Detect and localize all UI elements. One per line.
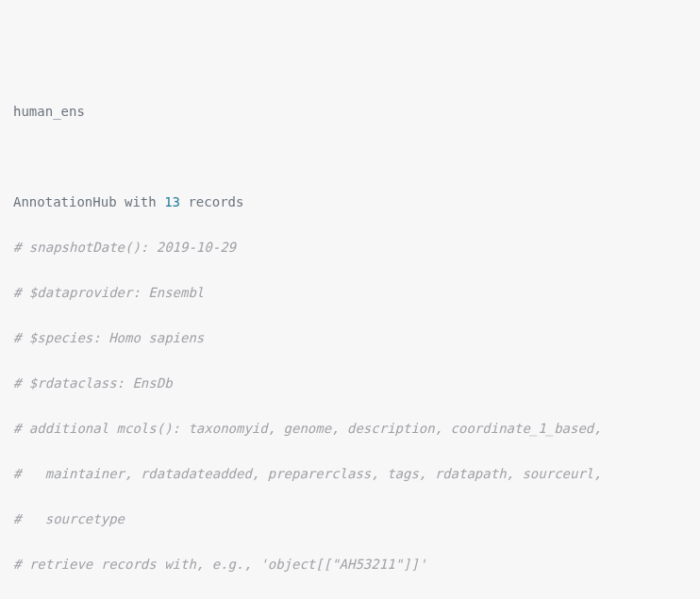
comment-line: # retrieve records with, e.g., 'object[[… <box>13 553 687 575</box>
command-text: human_ens <box>13 104 85 119</box>
summary-prefix: AnnotationHub with <box>13 194 164 209</box>
comment-line: # additional mcols(): taxonomyid, genome… <box>13 417 687 440</box>
comment-line: # $species: Homo sapiens <box>13 326 687 349</box>
summary-line: AnnotationHub with 13 records <box>13 191 687 213</box>
comment-line: # maintainer, rdatadateadded, preparercl… <box>13 462 687 485</box>
comment-line: # sourcetype <box>13 507 687 530</box>
blank-line <box>13 145 687 168</box>
record-count: 13 <box>164 194 180 209</box>
comment-line: # $rdataclass: EnsDb <box>13 372 687 394</box>
comment-line: # snapshotDate(): 2019-10-29 <box>13 236 687 258</box>
command-line: human_ens <box>13 100 687 123</box>
comment-line: # $dataprovider: Ensembl <box>13 281 687 304</box>
summary-suffix: records <box>180 194 243 209</box>
